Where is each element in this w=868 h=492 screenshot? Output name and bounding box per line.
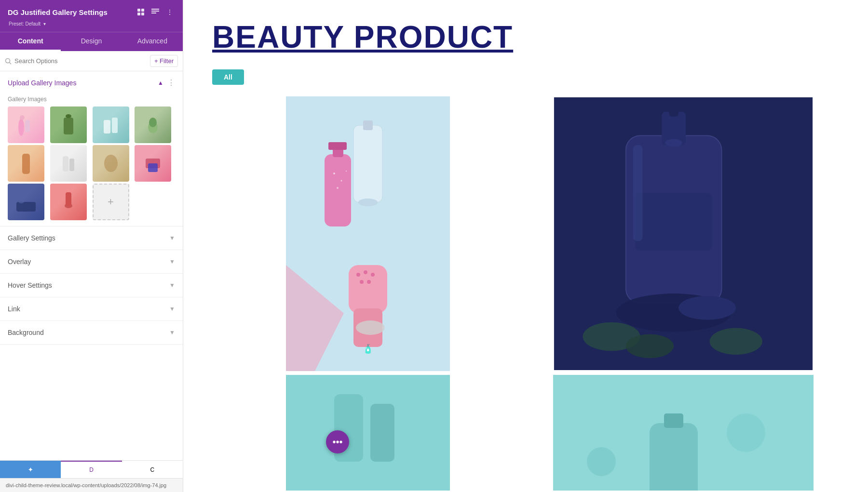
gallery-thumb-6[interactable] [50, 145, 87, 182]
tab-design[interactable]: Design [61, 32, 122, 51]
hover-settings-header[interactable]: Hover Settings ▼ [0, 274, 183, 297]
link-section: Link ▼ [0, 297, 183, 321]
svg-point-42 [356, 273, 360, 277]
gallery-item-2[interactable] [528, 96, 839, 371]
sidebar-title: DG Justified Gallery Settings [8, 8, 108, 16]
bottom-url: divi-child-theme-review.local/wp-content… [0, 478, 183, 492]
bottom-tab-3[interactable]: C [122, 461, 183, 478]
svg-rect-61 [286, 375, 450, 491]
tab-content[interactable]: Content [0, 32, 61, 51]
svg-rect-27 [66, 192, 71, 206]
more-icon[interactable]: ⋮ [164, 7, 175, 17]
svg-rect-23 [148, 163, 158, 172]
sidebar-bottom: ✦ D C divi-child-theme-review.local/wp-c… [0, 460, 183, 492]
gallery-thumb-4[interactable] [135, 106, 171, 143]
svg-rect-65 [650, 423, 698, 491]
gallery-item-4[interactable] [528, 375, 839, 491]
gallery-thumb-9[interactable] [8, 184, 44, 220]
svg-text:🧴: 🧴 [363, 344, 374, 354]
svg-point-25 [17, 196, 25, 203]
gallery-grid: 🧴 [212, 96, 839, 371]
sidebar-header-icons: ⋮ [136, 7, 175, 17]
background-header[interactable]: Background ▼ [0, 321, 183, 344]
sidebar-header: DG Justified Gallery Settings ⋮ Preset: … [0, 0, 183, 32]
svg-point-39 [346, 171, 347, 172]
svg-point-37 [341, 180, 342, 182]
svg-rect-6 [151, 13, 156, 13]
svg-rect-33 [325, 154, 351, 226]
link-title: Link [8, 305, 20, 313]
upload-gallery-section: Upload Gallery Images ▲ ⋮ Gallery Images [0, 71, 183, 226]
svg-line-8 [10, 62, 12, 64]
grid-icon[interactable] [150, 7, 161, 17]
svg-rect-4 [151, 9, 159, 10]
svg-point-9 [18, 119, 24, 136]
gallery-settings-header[interactable]: Gallery Settings ▼ [0, 226, 183, 250]
section-icons: ▲ ⋮ [158, 78, 175, 87]
gallery-thumb-2[interactable] [50, 106, 87, 143]
preset-label[interactable]: Preset: Default ▾ [8, 20, 175, 27]
gallery-item-3[interactable] [212, 375, 524, 491]
gallery-title: BEAUTY PRODUCT [212, 19, 839, 55]
bottom-tab-1[interactable]: ✦ [0, 461, 61, 478]
floating-action-button[interactable]: ••• [326, 430, 349, 453]
svg-rect-19 [63, 156, 68, 172]
svg-point-17 [149, 118, 157, 127]
dots-menu-icon[interactable]: ⋮ [167, 78, 175, 87]
background-title: Background [8, 329, 44, 336]
svg-point-36 [333, 173, 335, 174]
chevron-up-icon: ▲ [158, 80, 163, 86]
image-grid: + [0, 106, 183, 226]
upload-gallery-title: Upload Gallery Images [8, 79, 76, 87]
filter-button[interactable]: + Filter [150, 55, 178, 67]
bottom-tabs: ✦ D C [0, 461, 183, 478]
svg-rect-35 [328, 142, 347, 150]
hover-settings-section: Hover Settings ▼ [0, 274, 183, 297]
svg-rect-24 [16, 202, 36, 212]
link-header[interactable]: Link ▼ [0, 297, 183, 320]
svg-rect-66 [664, 413, 683, 428]
tab-advanced[interactable]: Advanced [122, 32, 183, 51]
settings-icon[interactable] [136, 7, 146, 17]
add-image-button[interactable]: + [93, 184, 129, 220]
gallery-images-label: Gallery Images [0, 94, 183, 106]
svg-rect-3 [141, 13, 144, 15]
search-input[interactable] [14, 57, 147, 65]
svg-rect-5 [151, 11, 159, 12]
filter-all-button[interactable]: All [212, 69, 244, 85]
svg-rect-12 [64, 118, 73, 134]
background-section: Background ▼ [0, 321, 183, 345]
svg-point-47 [356, 320, 385, 335]
gallery-settings-section: Gallery Settings ▼ [0, 226, 183, 250]
svg-point-67 [727, 413, 765, 452]
sidebar-header-top: DG Justified Gallery Settings ⋮ [8, 7, 175, 17]
svg-rect-18 [22, 154, 30, 174]
upload-gallery-header[interactable]: Upload Gallery Images ▲ ⋮ [0, 71, 183, 94]
gallery-thumb-5[interactable] [8, 145, 44, 182]
svg-point-44 [371, 273, 375, 277]
search-icon [5, 58, 12, 65]
svg-rect-20 [69, 159, 74, 171]
hover-settings-title: Hover Settings [8, 281, 52, 289]
svg-rect-1 [141, 9, 144, 12]
svg-point-53 [665, 139, 682, 146]
svg-rect-63 [370, 404, 394, 462]
search-bar: + Filter [0, 51, 183, 71]
bottom-tab-2[interactable]: D [61, 461, 122, 478]
gallery-thumb-10[interactable] [50, 184, 87, 220]
chevron-down-icon-2: ▼ [169, 258, 175, 265]
filter-bar: All [212, 69, 839, 85]
svg-point-7 [6, 58, 10, 63]
gallery-thumb-1[interactable] [8, 106, 44, 143]
gallery-item-1[interactable]: 🧴 [212, 96, 524, 371]
gallery-settings-title: Gallery Settings [8, 234, 55, 242]
svg-point-46 [367, 280, 371, 284]
overlay-header[interactable]: Overlay ▼ [0, 250, 183, 273]
overlay-title: Overlay [8, 258, 31, 266]
svg-point-60 [678, 296, 736, 320]
gallery-thumb-8[interactable] [135, 145, 171, 182]
main-content: BEAUTY PRODUCT All [183, 0, 868, 492]
gallery-thumb-3[interactable] [93, 106, 129, 143]
gallery-thumb-7[interactable] [93, 145, 129, 182]
svg-rect-54 [636, 193, 712, 251]
